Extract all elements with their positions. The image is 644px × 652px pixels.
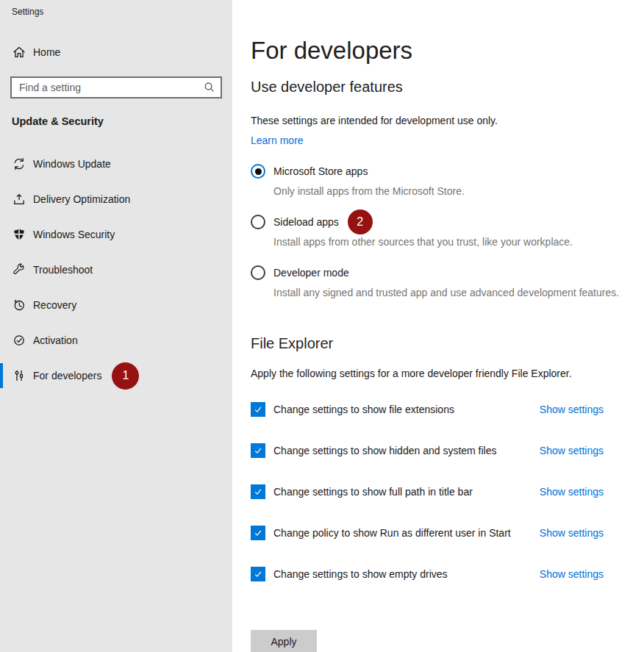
sidebar-item-label: Activation — [33, 334, 78, 346]
sidebar-item-label: Windows Update — [33, 158, 111, 170]
radio-label: Sideload apps — [273, 216, 339, 228]
sidebar-item-label: Recovery — [33, 299, 76, 311]
option-microsoft-store-apps: Microsoft Store apps Only install apps f… — [251, 164, 644, 198]
file-explorer-intro: Apply the following settings for a more … — [251, 367, 644, 380]
radio-description: Only install apps from the Microsoft Sto… — [273, 184, 626, 198]
checkbox-label: Change settings to show hidden and syste… — [273, 445, 531, 456]
annotation-badge-1: 1 — [112, 362, 139, 390]
checkbox-label: Change settings to show full path in tit… — [273, 486, 531, 498]
sidebar-item-home[interactable]: Home — [0, 39, 232, 65]
sidebar-item-label: Delivery Optimization — [33, 193, 130, 205]
radio-row-microsoft-store-apps[interactable]: Microsoft Store apps — [251, 164, 644, 179]
learn-more-link[interactable]: Learn more — [251, 135, 304, 146]
checkbox-row-hidden-system-files: Change settings to show hidden and syste… — [251, 443, 604, 458]
search-input[interactable] — [10, 76, 222, 98]
radio-label: Microsoft Store apps — [273, 165, 368, 177]
checkbox-row-run-as-different-user: Change policy to show Run as different u… — [251, 526, 604, 540]
checkbox-checked[interactable] — [251, 484, 265, 499]
radio-description: Install any signed and trusted app and u… — [273, 285, 626, 300]
check-icon — [253, 487, 263, 497]
shield-icon — [12, 227, 26, 242]
page-title: For developers — [251, 37, 644, 64]
settings-main-panel: For developers Use developer features Th… — [232, 0, 644, 652]
check-icon — [253, 528, 263, 538]
radio-row-developer-mode[interactable]: Developer mode — [251, 265, 644, 280]
selected-accent-bar — [0, 363, 3, 388]
show-settings-link[interactable]: Show settings — [540, 486, 604, 498]
sidebar-item-activation[interactable]: Activation — [0, 323, 232, 358]
checkbox-row-full-path-title-bar: Change settings to show full path in tit… — [251, 484, 604, 499]
checkbox-label: Change settings to show empty drives — [273, 568, 531, 580]
checkbox-checked[interactable] — [251, 402, 265, 417]
annotation-badge-2: 2 — [348, 209, 373, 234]
show-settings-link[interactable]: Show settings — [540, 527, 604, 539]
sidebar-item-troubleshoot[interactable]: Troubleshoot — [0, 252, 232, 287]
recovery-clock-icon — [12, 298, 26, 312]
radio-selected[interactable] — [251, 164, 265, 179]
checkbox-label: Change settings to show file extensions — [273, 404, 531, 415]
sidebar-item-label: Windows Security — [33, 229, 115, 240]
show-settings-link[interactable]: Show settings — [540, 404, 604, 415]
sidebar-section-title: Update & Security — [0, 115, 232, 127]
sync-icon — [12, 157, 26, 171]
checkbox-row-empty-drives: Change settings to show empty drives Sho… — [251, 567, 604, 581]
file-explorer-checkboxes: Change settings to show file extensions … — [251, 402, 644, 581]
wrench-icon — [12, 262, 26, 277]
sidebar-item-recovery[interactable]: Recovery — [0, 287, 232, 323]
check-icon — [253, 445, 263, 456]
file-explorer-heading: File Explorer — [251, 334, 644, 353]
apply-button[interactable]: Apply — [251, 630, 317, 652]
sidebar-item-windows-security[interactable]: Windows Security — [0, 217, 232, 252]
home-icon — [12, 45, 26, 60]
check-icon — [253, 569, 263, 579]
checkbox-checked[interactable] — [251, 567, 265, 581]
checkbox-label: Change policy to show Run as different u… — [273, 527, 531, 539]
check-icon — [253, 404, 263, 415]
activation-check-icon — [12, 333, 26, 348]
developer-features-heading: Use developer features — [251, 78, 644, 96]
developer-features-intro: These settings are intended for developm… — [251, 114, 644, 127]
option-developer-mode: Developer mode Install any signed and tr… — [251, 265, 644, 300]
checkbox-checked[interactable] — [251, 443, 265, 458]
sidebar-item-for-developers[interactable]: For developers 1 — [0, 358, 232, 393]
delivery-icon — [12, 192, 26, 207]
search-box — [10, 76, 222, 98]
radio-row-sideload-apps[interactable]: Sideload apps 2 — [251, 215, 644, 229]
sidebar-nav: Windows Update Delivery Optimization Win… — [0, 146, 232, 393]
home-label: Home — [33, 46, 60, 58]
search-icon — [203, 81, 216, 94]
radio-label: Developer mode — [273, 267, 349, 279]
developer-feature-options: Microsoft Store apps Only install apps f… — [251, 164, 644, 300]
checkbox-checked[interactable] — [251, 526, 265, 540]
sidebar-item-label: For developers — [33, 370, 101, 381]
sidebar-item-windows-update[interactable]: Windows Update — [0, 146, 232, 182]
sidebar-item-delivery-optimization[interactable]: Delivery Optimization — [0, 182, 232, 217]
radio-description: Install apps from other sources that you… — [273, 234, 626, 249]
app-title: Settings — [0, 0, 232, 17]
developer-tools-icon — [12, 368, 26, 383]
settings-sidebar: Settings Home Update & Security Windows … — [0, 0, 232, 652]
show-settings-link[interactable]: Show settings — [540, 445, 604, 456]
radio-unselected[interactable] — [251, 215, 265, 229]
sidebar-item-label: Troubleshoot — [33, 264, 93, 276]
show-settings-link[interactable]: Show settings — [540, 568, 604, 580]
checkbox-row-file-extensions: Change settings to show file extensions … — [251, 402, 604, 417]
option-sideload-apps: Sideload apps 2 Install apps from other … — [251, 215, 644, 249]
radio-unselected[interactable] — [251, 265, 265, 280]
